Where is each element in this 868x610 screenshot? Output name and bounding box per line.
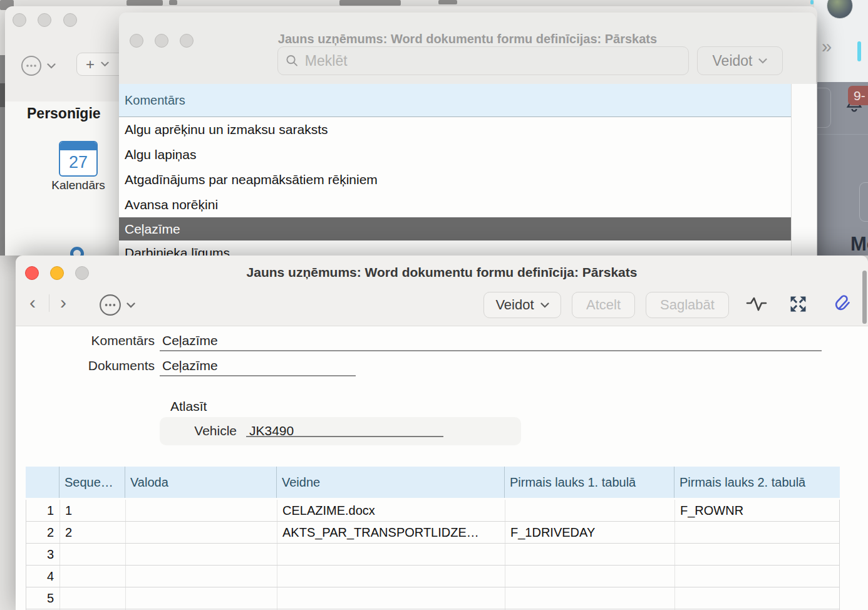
cell-sequence[interactable] bbox=[59, 566, 125, 587]
cell-lauks1[interactable] bbox=[505, 566, 674, 587]
cell-valoda[interactable] bbox=[125, 544, 277, 565]
panel-divider bbox=[814, 134, 868, 135]
background-fragment bbox=[810, 0, 814, 4]
row-number[interactable]: 3 bbox=[26, 544, 59, 565]
cancel-button-label: Atcelt bbox=[586, 297, 621, 313]
cell-valoda[interactable] bbox=[125, 500, 277, 521]
create-button-label: Veidot bbox=[713, 53, 753, 70]
cell-veidne[interactable]: AKTS_PAR_TRANSPORTLIDZE… bbox=[277, 522, 505, 543]
scrollbar-thumb[interactable] bbox=[862, 271, 867, 324]
user-avatar[interactable] bbox=[827, 0, 853, 19]
save-button-label: Saglabāt bbox=[660, 297, 715, 313]
create-button[interactable]: Veidot bbox=[483, 292, 561, 318]
notification-badge: 9- bbox=[848, 86, 868, 105]
row-number[interactable]: 1 bbox=[26, 500, 59, 521]
window-title: Jauns uzņēmums: Word dokumentu formu def… bbox=[119, 32, 816, 46]
cell-lauks1[interactable] bbox=[505, 544, 674, 565]
column-header-veidne[interactable]: Veidne bbox=[276, 467, 504, 498]
search-field[interactable] bbox=[277, 46, 689, 75]
cell-lauks2[interactable] bbox=[674, 544, 840, 565]
cell-sequence[interactable]: 1 bbox=[59, 500, 125, 521]
chevron-down-icon bbox=[127, 302, 135, 308]
list-item-selected[interactable]: Ceļazīme bbox=[119, 217, 791, 240]
search-input[interactable] bbox=[304, 52, 681, 70]
field-underline bbox=[160, 375, 356, 376]
window-title: Jauns uzņēmums: Word dokumentu formu def… bbox=[16, 265, 868, 280]
cell-lauks2[interactable] bbox=[674, 587, 840, 609]
chevron-down-icon bbox=[47, 63, 56, 69]
select-section-heading: Atlasīt bbox=[170, 399, 207, 414]
comment-field-label: Komentārs bbox=[54, 333, 155, 348]
column-header-sequence[interactable]: Seque… bbox=[59, 467, 125, 498]
calendar-label: Kalendārs bbox=[44, 178, 113, 192]
column-header-lauks2[interactable]: Pirmais lauks 2. tabulā bbox=[674, 467, 840, 498]
cell-valoda[interactable] bbox=[125, 522, 277, 543]
cell-lauks1[interactable] bbox=[505, 500, 674, 521]
column-header-lauks1[interactable]: Pirmais lauks 1. tabulā bbox=[504, 467, 674, 498]
partial-button-outline bbox=[859, 182, 868, 222]
cell-lauks1[interactable] bbox=[505, 587, 674, 609]
cell-valoda[interactable] bbox=[125, 587, 277, 609]
row-number[interactable]: 5 bbox=[26, 587, 59, 609]
chevron-down-icon bbox=[540, 302, 549, 308]
column-header-valoda[interactable]: Valoda bbox=[125, 467, 276, 498]
background-fragment bbox=[339, 0, 401, 6]
toolbar-overflow-icon[interactable]: » bbox=[822, 36, 830, 57]
section-heading: Personīgie bbox=[27, 105, 101, 122]
list-item[interactable]: Algu aprēķinu un izmaksu saraksts bbox=[119, 117, 791, 142]
cell-valoda[interactable] bbox=[125, 566, 277, 587]
cancel-button[interactable]: Atcelt bbox=[572, 292, 635, 318]
cell-sequence[interactable] bbox=[59, 544, 125, 565]
definitions-table: Seque… Valoda Veidne Pirmais lauks 1. ta… bbox=[26, 467, 840, 610]
more-options-button[interactable] bbox=[99, 294, 135, 316]
expand-fullscreen-icon[interactable] bbox=[788, 294, 808, 314]
cell-lauks2[interactable]: F_ROWNR bbox=[674, 500, 840, 521]
chevron-down-icon bbox=[758, 58, 767, 64]
background-fragment bbox=[438, 0, 457, 4]
field-underline bbox=[246, 436, 443, 437]
partial-background-text: Mo bbox=[850, 233, 868, 256]
left-window-edge-dark bbox=[0, 83, 5, 107]
table-row: 3 bbox=[26, 544, 839, 566]
close-button[interactable] bbox=[13, 13, 26, 27]
activity-pulse-icon[interactable] bbox=[745, 294, 768, 313]
cell-lauks1[interactable]: F_1DRIVEDAY bbox=[505, 522, 674, 543]
cell-lauks2[interactable] bbox=[674, 566, 840, 587]
background-fragment bbox=[127, 0, 163, 6]
cell-veidne[interactable] bbox=[277, 587, 505, 609]
list-item[interactable]: Avansa norēķini bbox=[119, 192, 791, 217]
zoom-button[interactable] bbox=[63, 13, 77, 27]
create-button[interactable]: Veidot bbox=[697, 46, 783, 75]
cell-sequence[interactable] bbox=[59, 587, 125, 609]
add-button-label: + bbox=[86, 56, 95, 73]
list-item[interactable]: Atgadīnājums par neapmāksātiem rēķiniem bbox=[119, 167, 791, 192]
search-icon bbox=[286, 54, 299, 68]
document-field-value[interactable]: Ceļazīme bbox=[162, 358, 218, 373]
attachment-paperclip-icon[interactable] bbox=[834, 293, 851, 314]
back-button[interactable]: ‹ bbox=[29, 292, 36, 313]
table-row: 2 2 AKTS_PAR_TRANSPORTLIDZE… F_1DRIVEDAY bbox=[26, 522, 839, 544]
background-fragment bbox=[169, 0, 177, 5]
forward-button[interactable]: › bbox=[60, 292, 66, 313]
create-button-label: Veidot bbox=[495, 297, 534, 313]
cell-veidne[interactable] bbox=[277, 566, 505, 587]
table-row: 1 1 CELAZIME.docx F_ROWNR bbox=[26, 500, 839, 522]
main-window-top-right: » bbox=[814, 0, 868, 82]
column-header-rownum bbox=[26, 467, 59, 498]
minimize-button[interactable] bbox=[38, 13, 51, 27]
cell-veidne[interactable] bbox=[277, 544, 505, 565]
chevron-down-icon bbox=[101, 61, 109, 67]
cell-veidne[interactable]: CELAZIME.docx bbox=[277, 500, 505, 521]
more-options-button[interactable] bbox=[21, 55, 56, 76]
calendar-day: 27 bbox=[60, 150, 96, 174]
comment-field-value[interactable]: Ceļazīme bbox=[162, 333, 218, 348]
cell-sequence[interactable]: 2 bbox=[59, 522, 125, 543]
save-button[interactable]: Saglabāt bbox=[646, 292, 729, 318]
list-item[interactable]: Algu lapiņas bbox=[119, 142, 791, 167]
document-field-label: Dokuments bbox=[54, 358, 155, 373]
dimmed-sidebar-panel: 9- Mo bbox=[814, 82, 868, 256]
row-number[interactable]: 4 bbox=[26, 566, 59, 587]
calendar-shortcut[interactable]: 27 Kalendārs bbox=[44, 141, 113, 192]
row-number[interactable]: 2 bbox=[26, 522, 59, 543]
cell-lauks2[interactable] bbox=[674, 522, 840, 543]
